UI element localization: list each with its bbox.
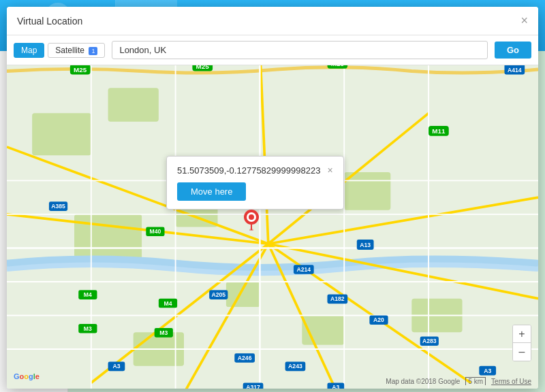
svg-text:M3: M3 (84, 325, 92, 332)
svg-text:M25: M25 (74, 66, 87, 74)
map-type-satellite-btn[interactable]: Satellite 1 (48, 43, 105, 58)
svg-text:A385: A385 (51, 203, 65, 210)
svg-text:A243: A243 (288, 363, 302, 370)
svg-text:M40: M40 (149, 228, 161, 235)
go-button[interactable]: Go (495, 42, 531, 59)
map-attribution: Map data ©2018 Google (386, 378, 460, 385)
svg-rect-21 (226, 282, 260, 307)
svg-text:M25: M25 (196, 65, 210, 70)
svg-rect-17 (108, 88, 159, 122)
svg-text:A283

      
      A127
      : A283 A127 A13 A12 A12 A127 London Watfor… (422, 338, 437, 344)
terms-of-use-link[interactable]: Terms of Use (491, 378, 531, 385)
dialog-close-icon[interactable]: × (520, 14, 528, 28)
svg-text:A3: A3 (484, 368, 491, 374)
svg-text:M4: M4 (84, 291, 92, 298)
location-search-input[interactable] (112, 41, 488, 59)
svg-text:M11: M11 (432, 127, 446, 135)
svg-text:A246: A246 (238, 355, 252, 361)
coordinate-text: 51.5073509,-0.12775829999998223 (177, 165, 320, 176)
map-area[interactable]: M25 M25 M25 A414 M11 A13 A385 M40 M4 (7, 65, 538, 389)
svg-point-142 (249, 229, 253, 231)
virtual-location-dialog: Virtual Location × Map Satellite 1 Go (7, 7, 538, 389)
svg-text:A205: A205 (211, 291, 225, 298)
svg-text:A13: A13 (360, 242, 371, 248)
svg-text:A20: A20 (373, 316, 384, 323)
svg-text:M4: M4 (164, 300, 172, 307)
move-here-button[interactable]: Move here (177, 182, 246, 201)
map-type-map-btn[interactable]: Map (14, 43, 44, 58)
coord-close-icon[interactable]: × (327, 165, 332, 176)
svg-text:A317: A317 (246, 384, 260, 389)
svg-text:A414: A414 (508, 67, 522, 74)
svg-text:M25: M25 (331, 65, 345, 67)
google-logo: Google (14, 370, 51, 385)
svg-point-141 (249, 214, 254, 220)
zoom-out-button[interactable]: – (513, 343, 531, 361)
svg-text:A3: A3 (332, 384, 339, 389)
svg-text:M3: M3 (159, 329, 168, 336)
zoom-in-button[interactable]: + (513, 325, 531, 343)
dialog-header: Virtual Location × (7, 7, 538, 35)
location-pin (243, 209, 260, 233)
coord-popup-header: 51.5073509,-0.12775829999998223 × (177, 165, 333, 176)
svg-text:A3: A3 (112, 363, 120, 370)
map-controls: Map Satellite 1 Go (7, 35, 538, 65)
scale-bar: 5 km (465, 377, 486, 385)
svg-rect-18 (32, 113, 91, 155)
zoom-controls: + – (512, 325, 531, 361)
coordinate-popup: 51.5073509,-0.12775829999998223 × Move h… (166, 156, 344, 210)
svg-text:Google: Google (14, 372, 40, 380)
dialog-title: Virtual Location (17, 16, 82, 27)
map-background: M25 M25 M25 A414 M11 A13 A385 M40 M4 (7, 65, 538, 389)
map-footer: Map data ©2018 Google 5 km Terms of Use (386, 377, 531, 385)
svg-text:A182: A182 (330, 295, 345, 302)
satellite-badge: 1 (89, 47, 97, 55)
svg-text:A214: A214 (296, 266, 311, 273)
